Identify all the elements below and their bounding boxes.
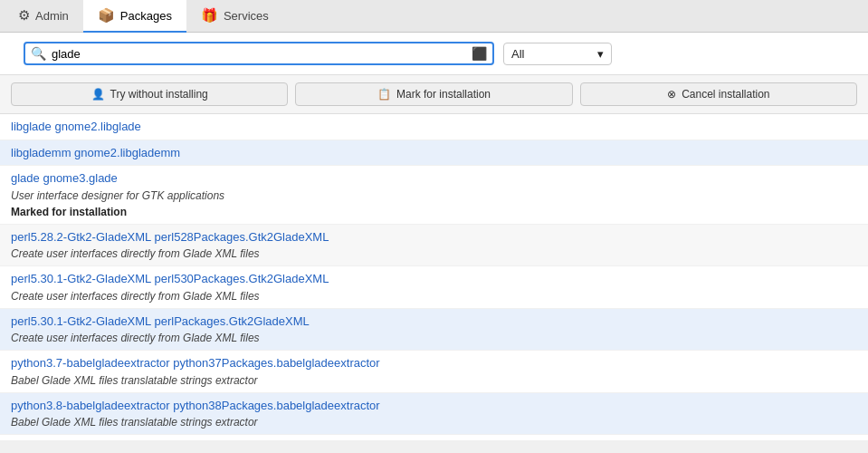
result-link[interactable]: glade gnome3.glade <box>11 171 118 185</box>
result-title[interactable]: perl5.30.1-Gtk2-GladeXML perl530Packages… <box>11 270 857 288</box>
list-item: glade gnome3.gladeUser interface designe… <box>0 166 868 225</box>
mark-for-installation-button[interactable]: 📋 Mark for installation <box>295 82 572 106</box>
result-link[interactable]: libglade gnome2.libglade <box>11 120 141 133</box>
result-title[interactable]: libglade gnome2.libglade <box>11 118 857 136</box>
result-title[interactable]: perl5.30.1-Gtk2-GladeXML perlPackages.Gt… <box>11 313 857 331</box>
services-icon: 🎁 <box>201 7 218 24</box>
chevron-down-icon: ▾ <box>597 47 604 61</box>
filter-dropdown[interactable]: All ▾ <box>503 43 612 65</box>
result-link[interactable]: perl5.28.2-Gtk2-GladeXML perl528Packages… <box>11 230 329 244</box>
tab-admin-label: Admin <box>35 9 69 23</box>
result-link[interactable]: python3.8-babelgladeextractor python38Pa… <box>11 399 380 412</box>
packages-icon: 📦 <box>98 7 115 24</box>
result-title[interactable]: python3.8-babelgladeextractor python38Pa… <box>11 397 857 415</box>
mark-label: Mark for installation <box>396 88 491 101</box>
tab-bar: ⚙ Admin 📦 Packages 🎁 Services <box>0 0 868 33</box>
result-title[interactable]: libglademm gnome2.libglademm <box>11 144 857 162</box>
try-label: Try without installing <box>110 88 208 101</box>
try-without-installing-button[interactable]: 👤 Try without installing <box>11 82 288 106</box>
filter-value: All <box>511 47 524 61</box>
tab-services-label: Services <box>224 9 269 23</box>
tab-packages-label: Packages <box>120 9 172 23</box>
search-icon: 🔍 <box>31 46 46 61</box>
result-title[interactable]: glade gnome3.glade <box>11 169 857 188</box>
list-item: perl5.30.1-Gtk2-GladeXML perl530Packages… <box>0 266 868 309</box>
result-link[interactable]: python3.7-babelgladeextractor python37Pa… <box>11 356 380 370</box>
tab-admin[interactable]: ⚙ Admin <box>4 0 83 33</box>
tab-packages[interactable]: 📦 Packages <box>83 0 186 33</box>
search-input[interactable] <box>52 47 466 61</box>
list-item: perl5.28.2-Gtk2-GladeXML perl528Packages… <box>0 225 868 267</box>
list-item: libglademm gnome2.libglademm <box>0 140 868 167</box>
admin-icon: ⚙ <box>18 7 30 24</box>
mark-icon: 📋 <box>377 88 391 101</box>
result-desc: Create user interfaces directly from Gla… <box>11 246 857 262</box>
list-item: libglade gnome2.libglade <box>0 114 868 140</box>
result-title[interactable]: libglade xfce.libglade <box>11 439 857 440</box>
cancel-installation-button[interactable]: ⊗ Cancel installation <box>580 82 857 106</box>
list-item: perl5.30.1-Gtk2-GladeXML perlPackages.Gt… <box>0 309 868 352</box>
search-bar: 🔍 ⬛ All ▾ <box>0 33 868 75</box>
result-desc: User interface designer for GTK applicat… <box>11 188 857 204</box>
search-clear-button[interactable]: ⬛ <box>472 46 487 61</box>
result-title[interactable]: perl5.28.2-Gtk2-GladeXML perl528Packages… <box>11 228 857 246</box>
result-desc: Babel Glade XML files translatable strin… <box>11 372 857 389</box>
result-link[interactable]: perl5.30.1-Gtk2-GladeXML perl530Packages… <box>11 272 329 285</box>
cancel-icon: ⊗ <box>667 88 676 101</box>
tab-services[interactable]: 🎁 Services <box>186 0 283 33</box>
result-desc: Create user interfaces directly from Gla… <box>11 288 857 304</box>
result-link[interactable]: perl5.30.1-Gtk2-GladeXML perlPackages.Gt… <box>11 314 310 328</box>
results-list: libglade gnome2.libgladelibglademm gnome… <box>0 114 868 440</box>
cancel-label: Cancel installation <box>682 88 769 101</box>
result-title[interactable]: python3.7-babelgladeextractor python37Pa… <box>11 354 857 372</box>
clear-icon: ⬛ <box>472 46 487 61</box>
search-input-wrap: 🔍 ⬛ <box>24 42 494 65</box>
result-desc: Create user interfaces directly from Gla… <box>11 330 857 346</box>
list-item: python3.8-babelgladeextractor python38Pa… <box>0 393 868 436</box>
list-item: libglade xfce.libglade <box>0 435 868 440</box>
result-link[interactable]: libglademm gnome2.libglademm <box>11 146 180 159</box>
action-bar: 👤 Try without installing 📋 Mark for inst… <box>0 75 868 114</box>
list-item: python3.7-babelgladeextractor python37Pa… <box>0 351 868 393</box>
result-badge: Marked for installation <box>11 204 857 220</box>
try-icon: 👤 <box>91 88 105 101</box>
result-desc: Babel Glade XML files translatable strin… <box>11 414 857 430</box>
